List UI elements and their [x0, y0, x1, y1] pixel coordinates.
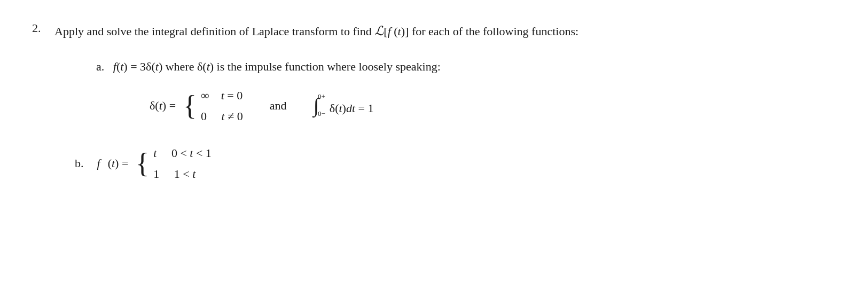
sub-label-b: b. — [75, 156, 90, 170]
cases-column: ∞ t = 0 0 t ≠ 0 — [201, 87, 243, 125]
delta-lhs: δ(t) = — [150, 99, 176, 113]
integral-with-limits: ∫ 0+ 0− — [314, 97, 325, 114]
bracket-open: [f (t)] — [384, 25, 409, 38]
sub-b-content: b. f(t) = { t 0 < t < 1 1 1 < t — [75, 144, 833, 183]
problem-statement: Apply and solve the integral definition … — [54, 21, 578, 41]
case-2: 0 t ≠ 0 — [201, 107, 243, 125]
delta-definition-block: δ(t) = { ∞ t = 0 0 t ≠ 0 and ∫ 0+ — [150, 87, 833, 125]
integrand: δ(t)dt = 1 — [330, 101, 374, 115]
sub-b-left-brace: { — [136, 150, 149, 177]
sub-problem-b: b. f(t) = { t 0 < t < 1 1 1 < t — [75, 144, 833, 183]
delta-equation: δ(t) = { ∞ t = 0 0 t ≠ 0 — [150, 87, 243, 125]
integral-upper-limit: 0+ — [318, 92, 325, 101]
sub-b-brace-system: { t 0 < t < 1 1 1 < t — [136, 144, 212, 183]
laplace-symbol: ℒ — [374, 24, 384, 38]
problem-container: 2. Apply and solve the integral definiti… — [32, 21, 833, 183]
sub-b-case-1: t 0 < t < 1 — [153, 144, 212, 162]
problem-number: 2. — [32, 21, 48, 35]
case-1: ∞ t = 0 — [201, 87, 243, 104]
sub-label-a: a. f(t) = 3δ(t) where δ(t) is the impuls… — [96, 60, 833, 74]
integral-lower-limit: 0− — [318, 109, 325, 118]
and-text: and — [270, 99, 287, 113]
sub-b-case-2: 1 1 < t — [153, 165, 212, 183]
problem-text-end: for each of the following functions: — [412, 25, 578, 38]
problem-header: 2. Apply and solve the integral definiti… — [32, 21, 833, 41]
problem-text-intro: Apply and solve the integral definition … — [54, 25, 374, 38]
left-brace: { — [183, 92, 197, 120]
sub-b-cases: t 0 < t < 1 1 1 < t — [153, 144, 212, 183]
sub-problem-a: a. f(t) = 3δ(t) where δ(t) is the impuls… — [96, 60, 833, 125]
sub-b-paren: (t) = — [108, 156, 129, 170]
sub-b-lhs: f — [97, 156, 100, 170]
brace-system: { ∞ t = 0 0 t ≠ 0 — [183, 87, 243, 125]
integral-expression: ∫ 0+ 0− δ(t)dt = 1 — [314, 97, 374, 115]
